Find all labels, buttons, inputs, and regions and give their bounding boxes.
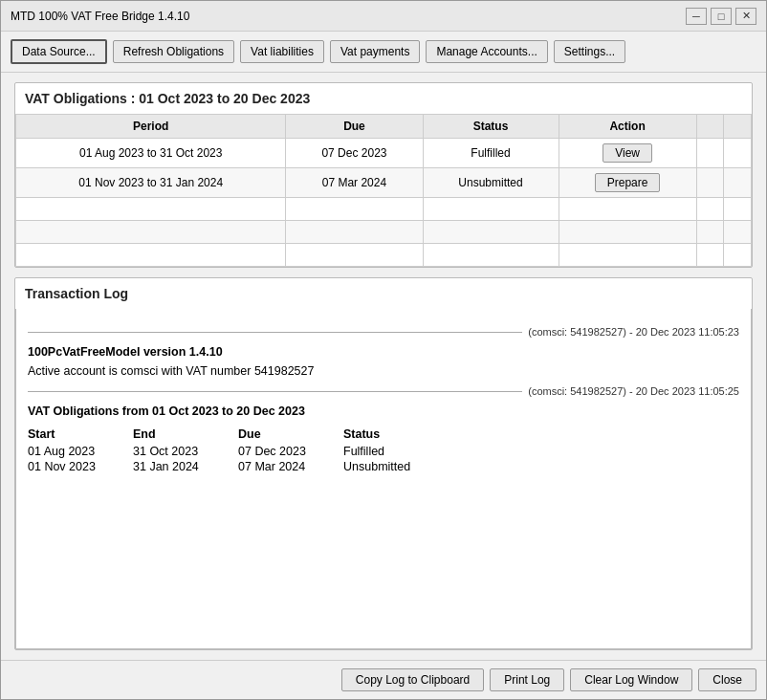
window-controls: ─ □ ✕ (686, 8, 756, 25)
log-data-cell: 01 Nov 2023 (28, 460, 133, 473)
action-button[interactable]: Prepare (595, 173, 661, 192)
col-period: Period (16, 115, 286, 139)
log-separator: (comsci: 541982527) - 20 Dec 2023 11:05:… (28, 385, 739, 397)
table-row-empty (16, 244, 752, 267)
log-table-row: 01 Aug 202331 Oct 202307 Dec 2023Fulfill… (28, 445, 739, 458)
vat-payments-button[interactable]: Vat payments (330, 40, 420, 63)
cell-period: 01 Nov 2023 to 31 Jan 2024 (16, 168, 286, 198)
toolbar: Data Source... Refresh Obligations Vat l… (1, 32, 766, 73)
refresh-obligations-button[interactable]: Refresh Obligations (113, 40, 234, 63)
transaction-log-panel: Transaction Log (comsci: 541982527) - 20… (14, 277, 753, 650)
title-bar: MTD 100% VAT Free Bridge 1.4.10 ─ □ ✕ (1, 1, 766, 32)
copy-log-button[interactable]: Copy Log to Clipboard (341, 668, 484, 691)
log-content[interactable]: (comsci: 541982527) - 20 Dec 2023 11:05:… (15, 309, 752, 649)
log-header-cell: Status (343, 427, 458, 441)
obligations-table: Period Due Status Action 01 Aug 2023 to … (15, 114, 752, 267)
log-separator: (comsci: 541982527) - 20 Dec 2023 11:05:… (28, 326, 739, 338)
separator-line (28, 391, 522, 392)
table-row-empty (16, 221, 752, 244)
log-data-cell: Fulfilled (343, 445, 458, 458)
obligations-panel: VAT Obligations : 01 Oct 2023 to 20 Dec … (14, 82, 753, 268)
cell-empty1 (696, 168, 724, 198)
print-log-button[interactable]: Print Log (490, 668, 564, 691)
transaction-log-title: Transaction Log (15, 278, 752, 309)
log-header-cell: End (133, 427, 238, 441)
table-row: 01 Nov 2023 to 31 Jan 2024 07 Mar 2024 U… (16, 168, 752, 198)
cell-empty1 (696, 139, 724, 168)
cell-due: 07 Mar 2024 (286, 168, 423, 198)
cell-empty2 (724, 168, 752, 198)
cell-due: 07 Dec 2023 (286, 139, 423, 168)
table-row: 01 Aug 2023 to 31 Oct 2023 07 Dec 2023 F… (16, 139, 752, 168)
log-bold-text: VAT Obligations from 01 Oct 2023 to 20 D… (28, 405, 739, 418)
cell-status: Unsubmitted (423, 168, 559, 198)
log-data-cell: 31 Oct 2023 (133, 445, 238, 458)
log-table-row: 01 Nov 202331 Jan 202407 Mar 2024Unsubmi… (28, 460, 739, 473)
footer: Copy Log to Clipboard Print Log Clear Lo… (1, 660, 766, 699)
clear-log-button[interactable]: Clear Log Window (570, 668, 692, 691)
data-source-button[interactable]: Data Source... (11, 39, 107, 64)
log-timestamp: (comsci: 541982527) - 20 Dec 2023 11:05:… (528, 326, 739, 338)
col-empty2 (724, 115, 752, 139)
log-header-cell: Start (28, 427, 133, 441)
cell-empty2 (724, 139, 752, 168)
cell-status: Fulfilled (423, 139, 559, 168)
vat-liabilities-button[interactable]: Vat liabilities (240, 40, 324, 63)
col-empty1 (696, 115, 724, 139)
main-content: VAT Obligations : 01 Oct 2023 to 20 Dec … (1, 73, 766, 660)
log-bold-text: 100PcVatFreeModel version 1.4.10 (28, 345, 739, 359)
separator-line (28, 332, 522, 333)
col-status: Status (423, 115, 559, 139)
col-due: Due (286, 115, 423, 139)
cell-period: 01 Aug 2023 to 31 Oct 2023 (16, 139, 286, 168)
close-window-button[interactable]: ✕ (735, 8, 756, 25)
log-table-header: StartEndDueStatus (28, 427, 739, 441)
log-header-cell: Due (238, 427, 343, 441)
main-window: MTD 100% VAT Free Bridge 1.4.10 ─ □ ✕ Da… (0, 0, 767, 700)
minimize-button[interactable]: ─ (686, 8, 707, 25)
obligations-title: VAT Obligations : 01 Oct 2023 to 20 Dec … (15, 83, 752, 114)
log-normal-text: Active account is comsci with VAT number… (28, 364, 739, 378)
log-timestamp: (comsci: 541982527) - 20 Dec 2023 11:05:… (528, 385, 739, 397)
col-action: Action (559, 115, 696, 139)
log-data-cell: 31 Jan 2024 (133, 460, 238, 473)
manage-accounts-button[interactable]: Manage Accounts... (426, 40, 547, 63)
log-data-cell: 07 Dec 2023 (238, 445, 343, 458)
log-data-cell: 01 Aug 2023 (28, 445, 133, 458)
cell-action: View (559, 139, 696, 168)
table-row-empty (16, 198, 752, 221)
settings-button[interactable]: Settings... (554, 40, 625, 63)
log-data-cell: 07 Mar 2024 (238, 460, 343, 473)
action-button[interactable]: View (603, 143, 652, 163)
cell-action: Prepare (559, 168, 696, 198)
maximize-button[interactable]: □ (711, 8, 732, 25)
window-title: MTD 100% VAT Free Bridge 1.4.10 (11, 10, 189, 23)
log-data-cell: Unsubmitted (343, 460, 458, 473)
close-button[interactable]: Close (698, 668, 756, 691)
